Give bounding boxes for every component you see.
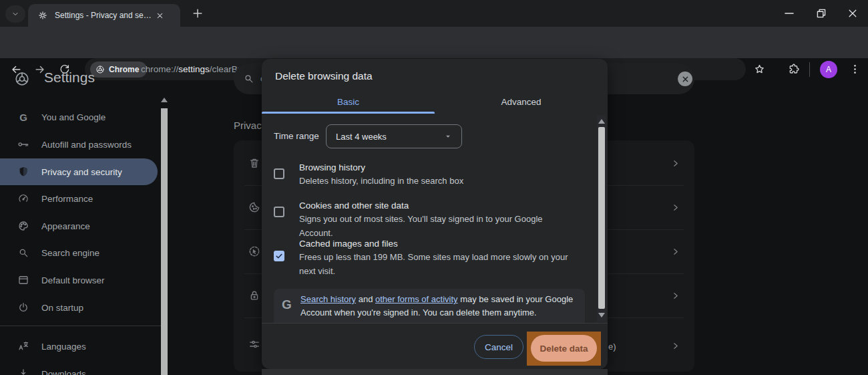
titlebar: Settings - Privacy and security [0, 0, 868, 27]
sidebar-item-privacy-security[interactable]: Privacy and security [0, 158, 158, 185]
footer-divider [262, 323, 608, 324]
tracking-protection-icon [248, 245, 261, 258]
minimize-button[interactable] [784, 9, 795, 18]
bookmark-star-icon[interactable] [753, 63, 766, 76]
cookie-icon [248, 201, 261, 214]
chrome-logo-icon [14, 71, 30, 87]
sidebar-item-downloads[interactable]: Downloads [0, 360, 158, 375]
checkbox-label: Cookies and other site data [299, 201, 409, 211]
shield-icon [17, 166, 29, 178]
checkbox-browsing-history[interactable] [274, 168, 284, 179]
sidebar-item-appearance[interactable]: Appearance [0, 213, 158, 239]
menu-kebab-icon[interactable] [849, 63, 861, 76]
sidebar-item-languages[interactable]: Languages [0, 333, 158, 360]
cancel-button[interactable]: Cancel [474, 335, 523, 359]
sidebar-item-you-and-google[interactable]: G You and Google [0, 104, 158, 130]
checkbox-description: Deletes history, including in the search… [299, 174, 570, 189]
tab-advanced[interactable]: Advanced [435, 92, 608, 112]
checkbox-description: Frees up less than 199 MB. Some sites ma… [299, 251, 570, 278]
chevron-right-icon[interactable] [671, 291, 680, 300]
magnifier-icon [17, 247, 29, 259]
translate-icon [17, 340, 29, 352]
window-close-button[interactable] [847, 8, 858, 19]
extensions-icon[interactable] [788, 63, 801, 76]
sidebar-item-label: Performance [41, 194, 93, 204]
settings-page-title: Settings [44, 70, 95, 86]
avatar-initial: A [826, 65, 831, 74]
time-range-select[interactable]: Last 4 weeks [326, 124, 462, 148]
sidebar-item-on-startup[interactable]: On startup [0, 294, 158, 321]
sidebar-item-performance[interactable]: Performance [0, 185, 158, 212]
sidebar-item-label: Appearance [41, 221, 90, 231]
delete-browsing-data-dialog: Delete browsing data Basic Advanced Time… [262, 59, 608, 369]
site-info-badge[interactable]: Chrome [90, 61, 147, 78]
sidebar-item-label: Autofill and passwords [41, 140, 132, 150]
time-range-label: Time range [274, 131, 319, 141]
tab-search-button[interactable] [5, 5, 25, 23]
google-g-icon: G [282, 297, 292, 312]
new-tab-button[interactable] [191, 7, 204, 20]
dialog-bottom-strip [262, 369, 608, 375]
dialog-scrollbar-up-arrow[interactable] [598, 119, 605, 124]
trash-icon [248, 156, 261, 170]
browser-window: Settings - Privacy and security Chrome c… [0, 0, 868, 375]
sidebar-item-label: Default browser [41, 275, 105, 285]
search-icon [243, 73, 254, 84]
url-host: settings [178, 64, 210, 74]
sidebar-divider [0, 326, 167, 326]
sidebar-item-label: On startup [41, 303, 83, 313]
sidebar-item-label: You and Google [41, 112, 105, 122]
google-g-icon: G [17, 112, 29, 123]
close-icon [682, 76, 689, 83]
toolbar-divider [809, 62, 810, 77]
sidebar-item-label: Downloads [41, 369, 86, 375]
search-history-link[interactable]: Search history [300, 294, 356, 304]
key-icon [17, 138, 29, 150]
other-forms-link[interactable]: other forms of activity [375, 294, 458, 304]
notice-text: Search history and other forms of activi… [300, 293, 580, 320]
dialog-scrollbar[interactable] [598, 127, 605, 309]
sidebar-item-label: Privacy and security [41, 167, 122, 177]
google-account-notice: G Search history and other forms of acti… [274, 289, 585, 323]
browser-toolbar: Chrome chrome://settings/clearBrowserDat… [0, 27, 868, 58]
chrome-logo-icon [95, 65, 105, 74]
tab-label: Basic [337, 97, 359, 107]
delete-data-button[interactable]: Delete data [531, 335, 597, 362]
cancel-label: Cancel [485, 342, 513, 352]
sidebar-item-default-browser[interactable]: Default browser [0, 267, 158, 293]
chevron-down-icon [444, 132, 452, 140]
checkbox-cached-images[interactable] [274, 251, 284, 261]
sidebar-item-label: Search engine [41, 248, 99, 258]
checkbox-description: Signs you out of most sites. You'll stay… [299, 213, 570, 240]
sidebar-item-label: Languages [41, 342, 86, 352]
checkbox-cookies[interactable] [274, 207, 284, 217]
tab-title: Settings - Privacy and security [55, 11, 152, 20]
clear-search-button[interactable] [678, 72, 692, 86]
restore-button[interactable] [816, 8, 827, 19]
notice-and: and [356, 294, 375, 304]
active-tab-underline [262, 112, 435, 114]
gear-icon [37, 10, 48, 21]
check-icon [275, 252, 283, 260]
chevron-right-icon[interactable] [671, 247, 680, 256]
avatar[interactable]: A [820, 61, 837, 78]
power-icon [17, 301, 29, 314]
download-icon [17, 368, 29, 375]
palette-icon [17, 220, 29, 232]
chevron-right-icon[interactable] [671, 203, 680, 212]
checkbox-label: Cached images and files [299, 239, 398, 249]
chevron-right-icon[interactable] [671, 159, 680, 168]
chevron-right-icon[interactable] [671, 342, 680, 350]
chevron-down-icon [11, 10, 19, 18]
url-scheme: chrome:// [141, 64, 178, 74]
page-scrollbar-up-arrow[interactable] [161, 98, 168, 102]
action-highlight-box: Delete data [527, 332, 601, 366]
dialog-scrollbar-down-arrow[interactable] [598, 313, 605, 318]
sidebar-item-search-engine[interactable]: Search engine [0, 239, 158, 266]
tab-close-icon[interactable] [156, 12, 164, 19]
active-tab[interactable]: Settings - Privacy and security [28, 4, 180, 27]
sidebar-item-autofill[interactable]: Autofill and passwords [0, 131, 158, 158]
page-scrollbar[interactable] [161, 108, 168, 375]
time-range-value: Last 4 weeks [336, 132, 387, 142]
tab-basic[interactable]: Basic [262, 92, 435, 112]
